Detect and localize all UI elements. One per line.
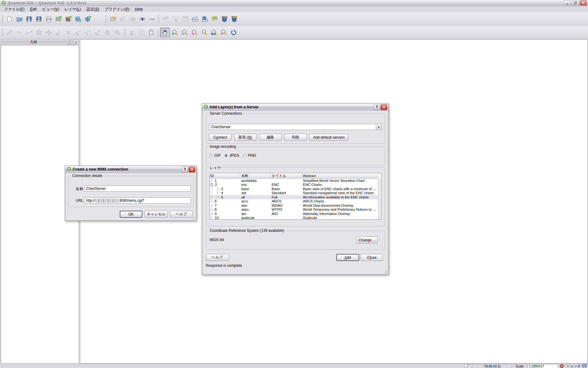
toolbar-drag-handle[interactable] [105,15,107,23]
select-features-button[interactable] [171,14,180,24]
layer-in-overview-button[interactable] [108,14,118,24]
legend-panel-header[interactable]: 凡例 [1,40,78,44]
show-all-layers-button[interactable] [138,14,147,24]
measure-line-button[interactable] [190,14,200,24]
add-postgis-layer-button[interactable] [73,14,83,24]
add-ring-button[interactable] [103,28,112,37]
layer-row[interactable]: 10graticuleGraticule [210,216,378,220]
zoom-in-button[interactable] [170,28,180,37]
projection-status-button[interactable] [582,364,587,368]
layer-row[interactable]: 6arcsARCSARCS Charts [210,199,378,204]
zoom-out-button[interactable] [180,28,190,37]
dialog-close-button[interactable] [381,104,387,110]
render-checkbox[interactable] [566,364,570,368]
change-crs-button[interactable]: Change ... [356,236,378,243]
context-help-button[interactable]: ? [182,167,188,172]
connection-url-input[interactable]: http://:8080/wms.cgi? [85,197,191,204]
layer-row[interactable]: 5allFullAll information available in the… [210,195,378,199]
add-raster-layer-button[interactable] [63,14,73,24]
toolbar-drag-handle[interactable] [124,29,126,36]
column-header-3[interactable]: タイトル [270,173,302,178]
new-button[interactable]: 新規 (N) [234,134,257,141]
add-all-to-overview-button[interactable] [128,14,138,24]
edit-button[interactable]: 編集 [259,134,282,141]
menu-layer[interactable]: レイヤ(L) [62,6,84,13]
toolbar-drag-handle[interactable] [2,29,3,36]
show-bookmarks-button[interactable]: HOME [229,14,239,24]
new-bookmark-button[interactable]: HOME [220,14,229,24]
capture-point-button[interactable] [14,28,24,37]
remove-all-from-overview-button[interactable] [118,14,128,24]
layer-row[interactable]: 9aioAIOAdmirality Information Overlay [210,212,378,216]
radio-gif[interactable]: GIF [209,153,221,158]
measure-area-button[interactable] [200,14,210,24]
connect-button[interactable]: Connect [209,134,232,141]
add-default-servers-button[interactable]: Add default servers [309,134,348,141]
layer-row[interactable]: -2encENCENC Charts [210,183,378,187]
delete-selected-button[interactable] [63,28,73,37]
close-dialog-button[interactable]: Close [361,254,383,261]
dock-float-button[interactable] [67,40,72,44]
menu-view[interactable]: ビュー(V) [40,6,62,13]
move-vertex-button[interactable] [83,28,93,37]
save-project-button[interactable] [24,14,34,24]
layer-row[interactable]: 8wtpoWTPOWorld Temporary and Preliminary… [210,208,378,212]
add-vector-layer-button[interactable] [54,14,63,24]
paste-features-button[interactable] [147,28,156,37]
zoom-full-button[interactable] [199,28,209,37]
menu-edit[interactable]: Edit [27,6,40,12]
add-vertex-button[interactable] [73,28,83,37]
radio-png[interactable]: PNG [243,153,256,158]
toolbar-drag-handle[interactable] [157,29,159,36]
toggle-editing-button[interactable] [5,28,14,37]
delete-button[interactable]: 削除 [284,134,307,141]
help-button[interactable]: ヘルプ [170,211,193,218]
window-titlebar[interactable]: Quantum GIS -- Quantum GIS -1.0.2-Kore [0,0,588,6]
minimize-button[interactable] [564,0,571,6]
zoom-to-selection-button[interactable] [190,28,199,37]
column-header-1[interactable]: ID [210,173,240,178]
new-project-button[interactable] [5,14,14,24]
refresh-button[interactable] [229,28,239,37]
print-composer-button[interactable] [44,14,54,24]
menu-file[interactable]: ファイル(F) [1,6,27,13]
help-button[interactable]: ヘルプ [206,254,229,261]
identify-features-button[interactable] [161,14,171,24]
layer-row[interactable]: 4stdStandardStandard navigational view o… [210,191,378,195]
add-wms-layer-button[interactable] [83,14,93,24]
cancel-button[interactable]: キャンセル [145,211,168,218]
menu-help[interactable]: Help [132,6,145,12]
pan-map-button[interactable] [160,28,170,37]
zoom-to-layer-button[interactable] [209,28,219,37]
coordinate-capture-button[interactable] [464,364,471,368]
close-button[interactable] [580,0,587,6]
layer-table-scrollbar[interactable] [378,178,381,219]
menu-settings[interactable]: 設定(S) [84,6,102,13]
toolbar-drag-handle[interactable] [2,15,3,23]
zoom-last-button[interactable] [219,28,229,37]
radio-jpeg[interactable]: JPEG [224,153,239,158]
toolbar-drag-handle[interactable] [158,15,160,23]
layer-row[interactable]: 1worlddataSimplified World Vector Shorel… [210,178,378,183]
cut-features-button[interactable] [127,28,137,37]
column-header-2[interactable]: 名称 [240,173,270,178]
layer-row[interactable]: 7daoWDAOWorld Data Assessment Overlay [210,203,378,208]
ok-button[interactable]: OK [120,211,142,218]
dialog-close-button[interactable] [189,167,195,172]
add-layers-dialog-titlebar[interactable]: Add Layer(s) from a Server ? [202,104,388,111]
layer-row[interactable]: 3baseBaseBasic view of ENC charts with a… [210,187,378,191]
scale-input[interactable]: 1:3383417 [528,364,558,368]
open-project-button[interactable] [14,14,24,24]
add-button[interactable]: Add [336,254,359,261]
capture-polygon-button[interactable] [34,28,44,37]
capture-line-button[interactable] [24,28,34,37]
chevron-down-icon[interactable] [376,124,381,130]
copy-features-button[interactable] [137,28,147,37]
split-features-button[interactable] [54,28,63,37]
wms-dialog-titlebar[interactable]: Create a new WMS connection ? [65,166,196,173]
map-tips-button[interactable] [210,14,220,24]
hide-all-layers-button[interactable] [147,14,157,24]
save-project-as-button[interactable] [34,14,44,24]
dock-close-button[interactable] [73,40,78,44]
connection-name-input[interactable]: ChartServer [85,186,191,192]
